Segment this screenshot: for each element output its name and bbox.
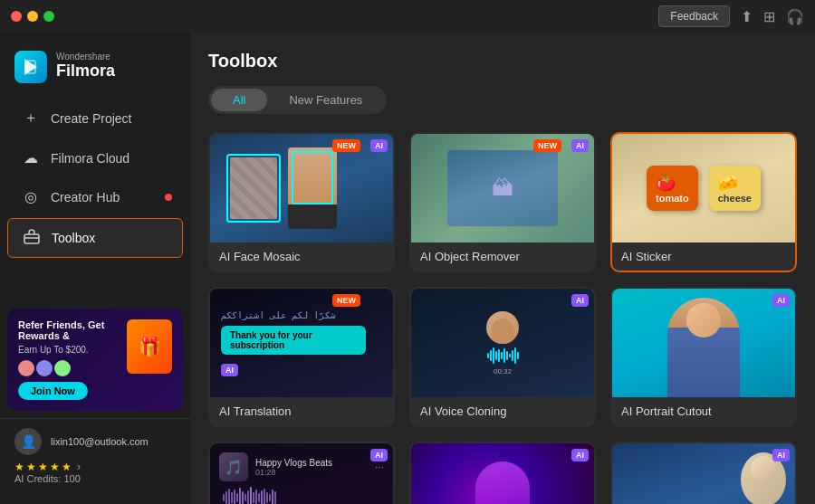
tool-label: AI Face Mosaic: [210, 242, 393, 271]
tool-thumbnail: 🎵 Happy Vlogs Beats 01:28 ···: [210, 443, 393, 504]
brand: Wondershare Filmora: [0, 43, 190, 98]
cloud-icon: ☁: [22, 149, 40, 166]
star-icon: ★: [62, 461, 72, 473]
tool-label: AI Object Remover: [411, 242, 594, 271]
tool-label: AI Sticker: [612, 242, 795, 271]
new-badge: NEW: [332, 139, 360, 152]
tab-all[interactable]: All: [211, 89, 267, 111]
user-info: 👤 lixin100@outlook.com: [14, 428, 176, 455]
tool-card-ai-sticker[interactable]: 🍅 tomato 🧀 cheese AI Sticker: [610, 132, 797, 272]
hub-icon: ◎: [22, 188, 40, 205]
tool-card-voice-cloning[interactable]: 00:32 AI AI Voice Cloning: [409, 287, 596, 427]
ai-credits-row: ★ ★ ★ ★ ★ ›: [14, 461, 176, 473]
new-badge: NEW: [332, 294, 360, 307]
main-layout: Wondershare Filmora ＋ Create Project ☁ F…: [0, 33, 815, 504]
toolbox-icon: [23, 228, 41, 248]
tool-thumbnail: 🏔 AI NEW: [411, 134, 594, 242]
star-icon: ★: [26, 461, 36, 473]
feedback-button[interactable]: Feedback: [658, 5, 730, 27]
notification-dot: [165, 194, 172, 201]
user-email-text: lixin100@outlook.com: [51, 436, 149, 447]
promo-avatar: [36, 360, 53, 376]
minimize-button[interactable]: [27, 11, 38, 22]
close-button[interactable]: [11, 11, 22, 22]
ai-credits-label: AI Credits: 100: [14, 473, 176, 484]
brand-name: Filmora: [56, 62, 115, 81]
ai-badge: AI: [571, 139, 589, 152]
promo-join-button[interactable]: Join Now: [18, 382, 88, 400]
tool-thumbnail: AI: [612, 289, 795, 397]
upload-icon[interactable]: ⬆: [741, 8, 753, 25]
headphones-icon[interactable]: 🎧: [786, 8, 804, 25]
tool-label: AI Voice Cloning: [411, 397, 594, 425]
content-area: Toolbox All New Features: [190, 33, 815, 504]
tool-thumbnail: 00:32 AI: [411, 289, 594, 397]
ai-badge: AI: [370, 449, 388, 461]
tool-grid: AI NEW AI Face Mosaic 🏔 AI NEW AI Object…: [208, 132, 797, 504]
tool-card-face-mosaic[interactable]: AI NEW AI Face Mosaic: [208, 132, 395, 272]
ai-badge: AI: [221, 364, 238, 376]
tool-label: AI Translation: [210, 397, 393, 425]
tool-card-object-remover[interactable]: 🏔 AI NEW AI Object Remover: [409, 132, 596, 272]
tool-card-music-beats[interactable]: 🎵 Happy Vlogs Beats 01:28 ···: [208, 442, 395, 504]
tool-thumbnail: شكرًا لكم على اشتراككم Thank you for you…: [210, 289, 393, 397]
star-icon: ★: [50, 461, 60, 473]
page-title: Toolbox: [208, 51, 797, 71]
ai-badge: AI: [571, 449, 589, 461]
plus-icon: ＋: [22, 109, 40, 128]
promo-people: [18, 360, 121, 376]
sidebar-item-create-project[interactable]: ＋ Create Project: [7, 100, 183, 137]
star-icon: ★: [14, 461, 24, 473]
tool-card-ai-translation[interactable]: شكرًا لكم على اشتراككم Thank you for you…: [208, 287, 395, 427]
tool-label: AI Portrait Cutout: [612, 397, 795, 425]
traffic-lights: [11, 11, 54, 22]
brand-logo: [14, 51, 47, 83]
tool-thumbnail: AI: [411, 443, 594, 504]
tool-card-ai-effect[interactable]: AI AI Effect: [409, 442, 596, 504]
brand-text: Wondershare Filmora: [56, 52, 115, 81]
ai-badge: AI: [571, 294, 589, 307]
brand-sub: Wondershare: [56, 52, 115, 62]
svg-rect-2: [24, 234, 39, 243]
sidebar-item-creator-hub[interactable]: ◎ Creator Hub: [7, 179, 183, 214]
maximize-button[interactable]: [43, 11, 54, 22]
promo-title: Refer Friends, Get Rewards &: [18, 319, 121, 341]
sidebar-item-label: Creator Hub: [51, 190, 120, 204]
chevron-right-icon[interactable]: ›: [77, 461, 81, 473]
tool-thumbnail: 🍅 tomato 🧀 cheese: [612, 134, 795, 242]
tool-thumbnail: Technology template AI: [612, 443, 795, 504]
grid-icon[interactable]: ⊞: [763, 8, 775, 25]
sidebar-item-filmora-cloud[interactable]: ☁ Filmora Cloud: [7, 140, 183, 176]
promo-avatar: [18, 360, 34, 376]
tool-card-ai-template[interactable]: Technology template AI AI Template: [610, 442, 797, 504]
avatar: 👤: [14, 428, 42, 455]
sidebar-item-toolbox[interactable]: Toolbox: [7, 218, 183, 258]
ai-badge: AI: [370, 139, 388, 152]
sidebar-footer: 👤 lixin100@outlook.com ★ ★ ★ ★ ★ › AI Cr…: [0, 418, 190, 493]
tab-new-features[interactable]: New Features: [267, 89, 384, 111]
ai-badge: AI: [772, 449, 790, 461]
tab-bar: All New Features: [208, 86, 387, 114]
tool-thumbnail: AI NEW: [210, 134, 393, 242]
titlebar-actions: Feedback ⬆ ⊞ 🎧: [658, 5, 804, 27]
ai-badge: AI: [772, 294, 790, 307]
sidebar: Wondershare Filmora ＋ Create Project ☁ F…: [0, 33, 190, 504]
promo-banner: Refer Friends, Get Rewards & Earn Up To …: [7, 309, 183, 411]
tool-card-portrait-cutout[interactable]: AI AI Portrait Cutout: [610, 287, 797, 427]
sidebar-item-label: Filmora Cloud: [51, 151, 129, 166]
sidebar-item-label: Create Project: [51, 111, 131, 126]
promo-subtitle: Earn Up To $200.: [18, 345, 121, 355]
star-icon: ★: [38, 461, 48, 473]
sidebar-item-label: Toolbox: [52, 231, 95, 245]
titlebar: Feedback ⬆ ⊞ 🎧: [0, 0, 815, 33]
promo-avatar: [54, 360, 71, 376]
new-badge: NEW: [533, 139, 561, 152]
